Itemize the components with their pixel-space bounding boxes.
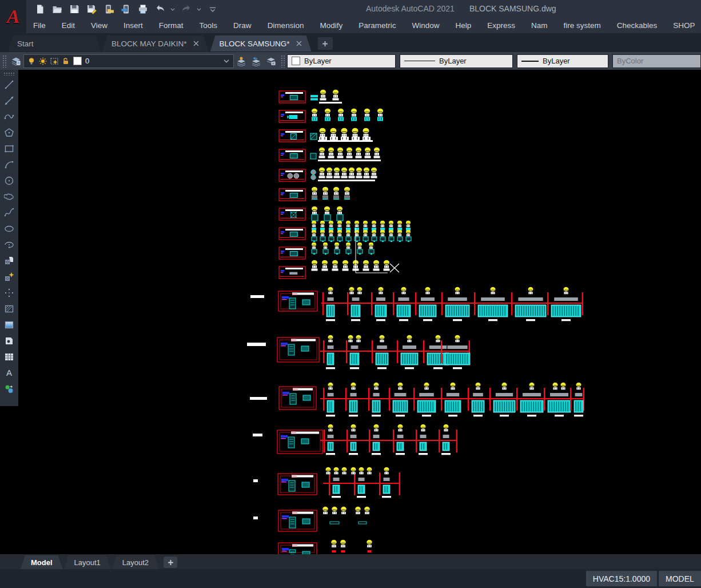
table-tool-icon[interactable] [2, 349, 17, 365]
polygon-tool-icon[interactable] [2, 125, 17, 141]
insert-block-tool-icon[interactable] [2, 253, 17, 269]
cad-unit [341, 128, 349, 140]
point-tool-icon[interactable] [2, 285, 17, 301]
menu-item-edit[interactable]: Edit [62, 21, 75, 30]
toolbar-grip[interactable] [281, 55, 285, 67]
menu-item-file[interactable]: File [33, 21, 46, 30]
save-web-mobile-icon[interactable] [119, 2, 133, 16]
close-icon[interactable] [193, 40, 200, 47]
document-tab[interactable]: BLOCK MAY DAIKIN* [102, 35, 209, 51]
layout-tab-model[interactable]: Model [21, 555, 63, 569]
caret-icon[interactable] [170, 2, 176, 16]
open-file-icon[interactable] [50, 2, 64, 16]
cad-unit [342, 260, 349, 271]
arc-tool-icon[interactable] [2, 157, 17, 173]
revision-cloud-tool-icon[interactable] [2, 189, 17, 205]
mtext-tool-icon[interactable]: A [2, 365, 17, 381]
ellipse-tool-icon[interactable] [2, 221, 17, 237]
toolbar-grip[interactable] [3, 72, 15, 76]
cad-unit [357, 243, 363, 255]
make-block-tool-icon[interactable] [2, 269, 17, 285]
region-tool-icon[interactable] [2, 333, 17, 349]
menu-item-window[interactable]: Window [412, 21, 439, 30]
open-web-mobile-icon[interactable] [102, 2, 115, 16]
caret-icon[interactable] [197, 2, 202, 16]
layer-dropdown[interactable]: 0 [23, 54, 234, 68]
layout-tab-layout2[interactable]: Layout2 [112, 555, 159, 569]
svg-text:A: A [6, 368, 12, 378]
menu-item-nam[interactable]: Nam [531, 21, 548, 30]
layout-tab-layout1[interactable]: Layout1 [64, 555, 111, 569]
layer-properties-icon[interactable] [9, 54, 23, 69]
pipe-legend-block [278, 510, 317, 531]
cad-unit [406, 221, 411, 231]
document-title: BLOCK SAMSUNG.dwg [469, 4, 556, 13]
cad-unit [363, 260, 369, 271]
menu-item-dimension[interactable]: Dimension [268, 21, 304, 30]
cad-unit [319, 148, 325, 158]
menu-item-checkables[interactable]: Checkables [617, 21, 658, 30]
menu-item-draw[interactable]: Draw [233, 21, 252, 30]
sun-icon [39, 57, 47, 65]
spline-tool-icon[interactable] [2, 205, 17, 221]
menu-item-insert[interactable]: Insert [124, 21, 143, 30]
cad-unit [326, 168, 333, 178]
construction-line-tool-icon[interactable] [2, 93, 17, 109]
pipe-row [253, 467, 400, 498]
drawing-canvas[interactable]: A [0, 70, 701, 554]
menu-item-parametric[interactable]: Parametric [359, 21, 396, 30]
menu-item-fire-system[interactable]: fire system [564, 21, 601, 30]
document-tab[interactable]: BLOCK SAMSUNG* [210, 35, 312, 51]
menu-item-format[interactable]: Format [159, 21, 184, 30]
autocad-logo[interactable]: A [0, 0, 26, 33]
redo-icon[interactable] [180, 2, 193, 16]
polyline-tool-icon[interactable] [2, 109, 17, 125]
cad-unit [372, 221, 376, 231]
cad-unit [330, 128, 338, 140]
line-tool-icon[interactable] [2, 77, 17, 93]
menu-item-view[interactable]: View [91, 21, 107, 30]
annotation-scale-button[interactable]: HVAC15:1.0000 [586, 571, 657, 586]
model-space-button[interactable]: MODEL [659, 571, 701, 586]
new-file-icon[interactable] [33, 2, 47, 16]
make-layer-current-icon[interactable] [234, 54, 249, 69]
cad-unit [333, 90, 339, 101]
toolbar-grip[interactable] [2, 55, 6, 67]
save-icon[interactable] [67, 2, 81, 16]
cad-unit [397, 221, 402, 231]
undo-icon[interactable] [153, 2, 167, 16]
pipe-legend-block [279, 387, 316, 410]
cad-unit [337, 230, 342, 242]
visual-styles-tool-icon[interactable] [2, 381, 17, 397]
menu-item-help[interactable]: Help [455, 21, 471, 30]
new-layout-button[interactable] [164, 557, 177, 568]
lineweight-dropdown[interactable]: ByLayer [517, 54, 608, 68]
hatch-tool-icon[interactable] [2, 301, 17, 317]
save-as-icon[interactable] [85, 2, 98, 16]
pipe-row [250, 287, 583, 321]
circle-tool-icon[interactable] [2, 173, 17, 189]
gradient-tool-icon[interactable] [2, 317, 17, 333]
new-tab-button[interactable] [318, 37, 333, 50]
layer-states-icon[interactable] [264, 54, 278, 69]
legend-block [279, 91, 305, 103]
menu-item-modify[interactable]: Modify [320, 21, 342, 30]
qat-customize-icon[interactable] [206, 2, 220, 16]
linetype-dropdown[interactable]: ByLayer [400, 54, 513, 68]
menu-item-shop[interactable]: SHOP [673, 21, 695, 30]
menu-item-tools[interactable]: Tools [200, 21, 218, 30]
cad-unit [373, 260, 380, 271]
pipe-legend-block [278, 474, 317, 495]
close-icon[interactable] [296, 40, 302, 47]
document-tab[interactable]: Start [8, 35, 101, 51]
menu-item-express[interactable]: Express [487, 21, 515, 30]
rectangle-tool-icon[interactable] [2, 141, 17, 157]
cad-unit [334, 168, 340, 178]
cad-unit [338, 109, 344, 121]
cad-unit [322, 260, 328, 271]
model-space-drawing[interactable] [18, 70, 701, 554]
plot-icon[interactable] [136, 2, 150, 16]
ellipse-arc-tool-icon[interactable] [2, 237, 17, 253]
layer-undo-icon[interactable] [249, 54, 264, 69]
color-dropdown[interactable]: ByLayer [287, 54, 396, 68]
